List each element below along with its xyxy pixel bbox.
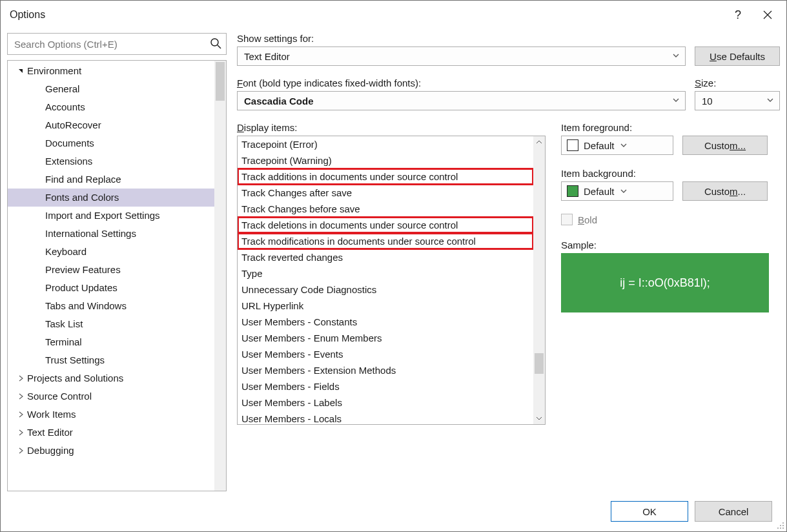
foreground-swatch [567, 139, 578, 151]
tree-item-task-list[interactable]: Task List [8, 315, 226, 333]
chevron-down-icon [672, 96, 680, 106]
tree-item-find-and-replace[interactable]: Find and Replace [8, 170, 226, 189]
chevron-right-icon[interactable] [14, 393, 27, 400]
tree-item-keyboard[interactable]: Keyboard [8, 243, 226, 261]
tree-item-tabs-and-windows[interactable]: Tabs and Windows [8, 297, 226, 315]
tree-item-environment[interactable]: Environment [8, 62, 226, 80]
search-icon [210, 37, 221, 51]
display-item[interactable]: User Members - Events [238, 346, 533, 362]
svg-line-1 [218, 45, 221, 48]
display-item[interactable]: Track deletions in documents under sourc… [238, 217, 533, 233]
search-options[interactable] [7, 33, 227, 55]
display-item[interactable]: Tracepoint (Error) [238, 136, 533, 152]
display-list-scrollbar-thumb[interactable] [535, 353, 544, 374]
display-item[interactable]: Tracepoint (Warning) [238, 152, 533, 169]
tree-scrollbar[interactable] [214, 61, 226, 491]
display-item[interactable]: User Members - Constants [238, 314, 533, 330]
tree-item-product-updates[interactable]: Product Updates [8, 279, 226, 297]
use-defaults-button[interactable]: Use Defaults [695, 46, 780, 66]
display-item[interactable]: Unnecessary Code Diagnostics [238, 281, 533, 298]
custom-foreground-button[interactable]: Custom... [682, 136, 768, 155]
show-settings-for-select[interactable]: Text Editor [237, 46, 686, 66]
tree-item-label: Keyboard [45, 243, 87, 261]
close-button[interactable] [753, 1, 782, 29]
font-label: Font (bold type indicates fixed-width fo… [237, 77, 686, 88]
display-item[interactable]: User Members - Fields [238, 378, 533, 394]
tree-item-label: Documents [45, 134, 94, 152]
chevron-right-icon[interactable] [14, 375, 27, 382]
display-item[interactable]: Track Changes after save [238, 185, 533, 201]
item-background-value: Default [584, 186, 615, 197]
tree-item-autorecover[interactable]: AutoRecover [8, 116, 226, 134]
display-item[interactable]: User Members - Locals [238, 411, 533, 424]
item-foreground-select[interactable]: Default [561, 136, 673, 155]
tree-item-accounts[interactable]: Accounts [8, 98, 226, 116]
chevron-right-icon[interactable] [14, 411, 27, 418]
titlebar: Options ? [1, 1, 786, 29]
font-select[interactable]: Cascadia Code [237, 91, 686, 110]
display-item[interactable]: Track modifications in documents under s… [238, 233, 533, 249]
tree-item-extensions[interactable]: Extensions [8, 152, 226, 170]
display-items-list[interactable]: Tracepoint (Error)Tracepoint (Warning)Tr… [237, 136, 546, 425]
tree-item-terminal[interactable]: Terminal [8, 333, 226, 351]
tree-item-label: Text Editor [27, 424, 73, 442]
sample-text: ij = I::oO(0xB81l); [620, 276, 710, 290]
tree-item-label: Trust Settings [45, 351, 105, 369]
tree-item-label: Tabs and Windows [45, 297, 127, 315]
chevron-right-icon[interactable] [14, 447, 27, 454]
tree-item-general[interactable]: General [8, 80, 226, 98]
size-select[interactable]: 10 [695, 91, 780, 110]
show-settings-for-value: Text Editor [244, 51, 290, 62]
display-item[interactable]: Track reverted changes [238, 249, 533, 265]
display-item[interactable]: URL Hyperlink [238, 298, 533, 314]
tree-item-fonts-and-colors[interactable]: Fonts and Colors [8, 189, 226, 207]
sample-label: Sample: [561, 240, 780, 251]
display-item[interactable]: User Members - Extension Methods [238, 362, 533, 378]
tree-item-debugging[interactable]: Debugging [8, 442, 226, 460]
scroll-down-icon[interactable] [533, 413, 545, 424]
tree-item-trust-settings[interactable]: Trust Settings [8, 351, 226, 369]
display-item[interactable]: Track Changes before save [238, 201, 533, 217]
chevron-right-icon[interactable] [14, 429, 27, 436]
chevron-down-icon [766, 96, 774, 106]
item-foreground-label: Item foreground: [561, 122, 780, 133]
font-value: Cascadia Code [244, 96, 314, 107]
tree-item-work-items[interactable]: Work Items [8, 405, 226, 424]
help-button[interactable]: ? [723, 1, 753, 29]
chevron-down-icon[interactable] [14, 68, 27, 74]
tree-item-import-and-export-settings[interactable]: Import and Export Settings [8, 207, 226, 225]
display-item[interactable]: User Members - Labels [238, 394, 533, 411]
custom-background-button[interactable]: Custom... [682, 181, 768, 201]
cancel-button[interactable]: Cancel [695, 501, 772, 522]
display-items-label: Display items: [237, 122, 546, 133]
tree-item-documents[interactable]: Documents [8, 134, 226, 152]
search-input[interactable] [7, 33, 227, 55]
display-list-scrollbar[interactable] [533, 136, 545, 424]
svg-point-0 [211, 39, 218, 46]
tree-item-label: Extensions [45, 152, 92, 170]
ok-button[interactable]: OK [611, 501, 688, 522]
display-item[interactable]: Track additions in documents under sourc… [238, 169, 533, 185]
size-label: Size: [695, 77, 780, 88]
tree-item-source-control[interactable]: Source Control [8, 387, 226, 405]
display-item[interactable]: User Members - Enum Members [238, 330, 533, 346]
tree-item-international-settings[interactable]: International Settings [8, 225, 226, 243]
resize-grip-icon[interactable] [775, 520, 784, 529]
tree-item-text-editor[interactable]: Text Editor [8, 424, 226, 442]
display-item[interactable]: Type [238, 265, 533, 281]
tree-scrollbar-thumb[interactable] [216, 62, 225, 101]
svg-point-2 [782, 522, 784, 524]
bold-checkbox[interactable] [561, 214, 573, 225]
background-swatch [567, 185, 578, 197]
item-background-select[interactable]: Default [561, 181, 673, 201]
tree-item-label: Find and Replace [45, 170, 121, 189]
bold-checkbox-row: Bold [561, 214, 780, 225]
chevron-down-icon [620, 186, 628, 197]
scroll-up-icon[interactable] [533, 136, 545, 148]
tree-item-preview-features[interactable]: Preview Features [8, 261, 226, 279]
tree-item-projects-and-solutions[interactable]: Projects and Solutions [8, 369, 226, 387]
options-tree[interactable]: EnvironmentGeneralAccountsAutoRecoverDoc… [7, 60, 227, 491]
tree-item-label: Product Updates [45, 279, 118, 297]
tree-item-label: International Settings [45, 225, 136, 243]
tree-item-label: Import and Export Settings [45, 207, 160, 225]
